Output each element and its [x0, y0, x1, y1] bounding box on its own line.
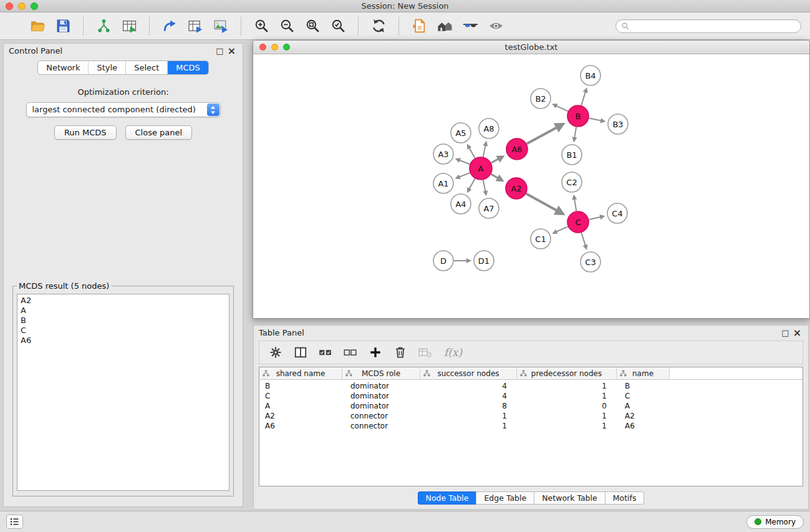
- eye-button[interactable]: [485, 15, 507, 37]
- node-A1[interactable]: A1: [433, 173, 453, 193]
- column-header-MCDS-role[interactable]: MCDS role: [342, 367, 420, 379]
- delete-table-button[interactable]: [417, 344, 434, 361]
- task-history-button[interactable]: [6, 515, 23, 529]
- node-A4[interactable]: A4: [451, 194, 471, 214]
- edge-A-A3[interactable]: [456, 159, 470, 164]
- home-button[interactable]: [433, 15, 456, 37]
- control-panel-float-button[interactable]: □: [214, 46, 226, 56]
- column-header-shared-name[interactable]: shared name: [259, 367, 342, 379]
- table-row[interactable]: Bdominator41B: [259, 381, 803, 391]
- node-B4[interactable]: B4: [581, 65, 600, 85]
- network-graph[interactable]: AA6A2BCA1A3A4A5A7A8B1B2B3B4C1C2C3C4DD1: [253, 54, 809, 318]
- export-table-button[interactable]: [184, 15, 206, 37]
- open-session-button[interactable]: [26, 15, 49, 37]
- minimize-traffic-light-icon[interactable]: [18, 2, 26, 10]
- table-row[interactable]: Cdominator41C: [259, 391, 803, 401]
- table-row[interactable]: A2connector11A2: [259, 411, 803, 421]
- export-network-button[interactable]: [158, 15, 181, 37]
- edge-A-A2[interactable]: [491, 174, 503, 180]
- memory-button[interactable]: Memory: [746, 515, 804, 529]
- edge-C-C1[interactable]: [553, 226, 567, 233]
- criterion-dropdown[interactable]: largest connected component (directed): [26, 102, 221, 117]
- edge-A-A1[interactable]: [456, 173, 470, 178]
- edge-A-A4[interactable]: [468, 179, 475, 192]
- table-panel-close-button[interactable]: ×: [791, 329, 803, 337]
- edge-A-A8[interactable]: [483, 142, 486, 157]
- delete-row-button[interactable]: [392, 344, 409, 361]
- deselect-all-button[interactable]: [342, 344, 359, 361]
- search-input[interactable]: [632, 22, 796, 31]
- tab-edge-table[interactable]: Edge Table: [476, 491, 534, 505]
- network-minimize-traffic-light-icon[interactable]: [271, 44, 278, 51]
- edge-B-B4[interactable]: [581, 89, 586, 105]
- close-traffic-light-icon[interactable]: [6, 2, 13, 10]
- settings-button[interactable]: [267, 344, 284, 361]
- zoom-selected-button[interactable]: [327, 15, 349, 37]
- node-B1[interactable]: B1: [562, 145, 582, 165]
- save-session-button[interactable]: [52, 15, 74, 37]
- network-canvas[interactable]: AA6A2BCA1A3A4A5A7A8B1B2B3B4C1C2C3C4DD1: [253, 54, 809, 319]
- edge-C-C4[interactable]: [589, 216, 604, 220]
- columns-button[interactable]: [292, 344, 309, 361]
- tab-network-table[interactable]: Network Table: [534, 491, 605, 505]
- column-header-successor-nodes[interactable]: successor nodes: [420, 367, 517, 379]
- node-C2[interactable]: C2: [562, 172, 582, 192]
- node-B3[interactable]: B3: [608, 114, 628, 134]
- network-close-traffic-light-icon[interactable]: [259, 44, 266, 51]
- edge-B-B2[interactable]: [553, 104, 568, 111]
- tab-node-table[interactable]: Node Table: [418, 491, 477, 505]
- control-panel-close-button[interactable]: ×: [226, 47, 238, 56]
- report-button[interactable]: [408, 15, 430, 37]
- node-C3[interactable]: C3: [581, 252, 600, 272]
- edge-B-B1[interactable]: [574, 127, 577, 141]
- node-A7[interactable]: A7: [479, 198, 499, 218]
- node-C1[interactable]: C1: [531, 229, 551, 249]
- close-panel-button[interactable]: Close panel: [125, 125, 193, 140]
- table-panel-float-button[interactable]: □: [779, 328, 791, 337]
- node-A5[interactable]: A5: [451, 123, 471, 143]
- tab-motifs[interactable]: Motifs: [605, 491, 645, 505]
- node-C[interactable]: C: [567, 211, 589, 233]
- add-row-button[interactable]: [367, 344, 384, 361]
- edge-A-A7[interactable]: [483, 180, 486, 195]
- edge-C-C2[interactable]: [574, 196, 576, 211]
- edge-A-A5[interactable]: [468, 145, 475, 158]
- node-D1[interactable]: D1: [474, 251, 494, 271]
- column-header-predecessor-nodes[interactable]: predecessor nodes: [517, 367, 617, 379]
- search-box[interactable]: [615, 19, 801, 33]
- run-mcds-button[interactable]: Run MCDS: [54, 125, 117, 140]
- edge-C-C3[interactable]: [581, 233, 586, 249]
- zoom-fit-button[interactable]: [301, 15, 324, 37]
- node-A[interactable]: A: [470, 157, 492, 180]
- node-B[interactable]: B: [567, 105, 589, 127]
- glasses-button[interactable]: [459, 15, 481, 37]
- table-row[interactable]: A6connector11A6: [259, 421, 803, 431]
- node-C4[interactable]: C4: [607, 203, 627, 223]
- tab-style[interactable]: Style: [88, 61, 125, 74]
- edge-A-A6[interactable]: [491, 157, 503, 163]
- table-row[interactable]: Adominator80A: [259, 401, 803, 411]
- node-A8[interactable]: A8: [479, 118, 499, 138]
- tab-mcds[interactable]: MCDS: [167, 61, 208, 74]
- mcds-result-list[interactable]: A2ABCA6: [17, 294, 229, 491]
- node-A2[interactable]: A2: [506, 178, 527, 199]
- import-table-button[interactable]: [118, 15, 140, 37]
- import-network-button[interactable]: [92, 15, 115, 37]
- node-A3[interactable]: A3: [433, 144, 453, 164]
- column-header-name[interactable]: name: [617, 367, 670, 379]
- zoom-traffic-light-icon[interactable]: [31, 2, 38, 10]
- fx-icon[interactable]: f(x): [441, 346, 465, 359]
- node-A6[interactable]: A6: [506, 138, 528, 160]
- node-B2[interactable]: B2: [531, 89, 551, 109]
- edge-A6-B[interactable]: [527, 124, 563, 143]
- select-all-button[interactable]: [317, 344, 334, 361]
- network-zoom-traffic-light-icon[interactable]: [283, 44, 290, 51]
- tab-select[interactable]: Select: [125, 61, 167, 74]
- edge-B-B3[interactable]: [589, 118, 605, 122]
- node-D[interactable]: D: [433, 251, 453, 271]
- zoom-out-button[interactable]: [276, 15, 298, 37]
- tab-network[interactable]: Network: [38, 61, 88, 74]
- edge-A2-C[interactable]: [526, 194, 563, 214]
- zoom-in-button[interactable]: [250, 15, 272, 37]
- export-image-button[interactable]: [210, 15, 232, 37]
